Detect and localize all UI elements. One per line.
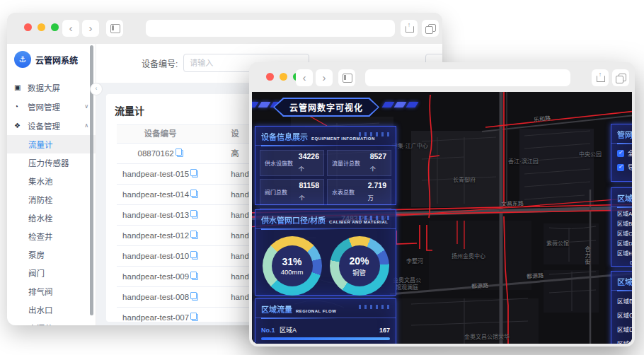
map-poi-label: 香江·滨江园 <box>508 157 539 165</box>
stat-cell: 水表总数 2.719万 <box>327 179 391 205</box>
forward-button[interactable]: › <box>316 69 333 86</box>
pipeline-icon: ◔ <box>14 103 23 110</box>
copy-icon[interactable] <box>192 170 198 178</box>
copy-icon[interactable] <box>192 232 198 239</box>
axis-origin-label: 0 <box>611 257 632 266</box>
panel-title: 供水管网口径/材质 <box>261 214 326 226</box>
checkbox-checked-icon[interactable] <box>617 164 624 171</box>
panel-title: 区域峰 <box>617 192 632 204</box>
map-road-label: 都源路 <box>471 281 489 290</box>
browser-chrome: ‹ › <box>7 13 442 44</box>
stat-cell: 阀门总数 81158个 <box>260 179 324 205</box>
map-road-label: 合力街 <box>583 246 591 265</box>
browser-chrome: ‹ › <box>249 62 635 93</box>
flow-rank-row: No.1 区域A 167 <box>261 325 390 334</box>
tab-overview-icon <box>110 24 120 33</box>
minimize-icon[interactable] <box>280 73 287 81</box>
back-button[interactable]: ‹ <box>62 20 79 37</box>
legend-row: 区域E <box>611 247 632 257</box>
sidebar-item-air-valve[interactable]: 排气阀 <box>7 282 96 301</box>
map-road-label: 都源路 <box>527 271 544 280</box>
forward-button[interactable]: › <box>82 20 99 37</box>
copy-icon[interactable] <box>192 211 198 219</box>
map-poi-label: 紫薇公馆 <box>546 239 569 247</box>
pipe-layer-panel: 管网图 全选 导入 <box>611 124 632 182</box>
copy-icon[interactable] <box>192 314 198 321</box>
map-poi-label: 中集·江广中心 <box>392 141 428 149</box>
sidebar-item-valve[interactable]: 阀门 <box>7 264 96 282</box>
url-bar[interactable] <box>146 20 395 37</box>
tab-overview-icon <box>343 74 352 83</box>
layer-option[interactable]: 全选 <box>611 144 632 158</box>
sidebar-item-pipeline[interactable]: ◔ 管网管理 ∨ <box>7 97 96 116</box>
sidebar-item-pressure-sensor[interactable]: 压力传感器 <box>7 153 96 172</box>
panel-deco <box>359 132 391 136</box>
copy-icon[interactable] <box>192 191 198 198</box>
stat-cell: 供水设施数 34226个 <box>260 150 324 176</box>
tabs-icon[interactable] <box>422 20 439 37</box>
material-donut-chart: 20%铜管 <box>330 236 389 296</box>
sidebar-item-outlet[interactable]: 出水口 <box>7 301 96 319</box>
sidebar-menu: ▣ 数据大屏 ◔ 管网管理 ∨ ❖ 设备管理 ∧ 流量计 压力传感器 <box>7 78 96 325</box>
chevron-down-icon: ∨ <box>84 103 88 110</box>
tab-overview-button[interactable] <box>338 69 355 86</box>
sidebar-item-flowmeter[interactable]: 流量计 <box>7 135 96 153</box>
legend-row: 区域C <box>611 227 632 237</box>
share-icon[interactable] <box>592 69 609 86</box>
header-device-id: 设备编号 <box>117 125 204 143</box>
sidebar-item-dashboard[interactable]: ▣ 数据大屏 <box>7 78 96 97</box>
region-row: 区域E <box>611 333 632 344</box>
maximize-icon[interactable] <box>51 23 59 31</box>
panel-deco <box>359 305 391 309</box>
sidebar-item-sump[interactable]: 集水池 <box>7 172 96 190</box>
legend-row: 区域A <box>611 207 632 217</box>
chevron-up-icon: ∧ <box>84 122 88 129</box>
close-icon[interactable] <box>266 73 274 81</box>
regional-flow-panel: 区域流量 REGIONAL FLOW No.1 区域A 167 No.2 区域C… <box>255 298 396 344</box>
close-icon[interactable] <box>24 23 32 31</box>
sidebar-item-source-well[interactable]: 水源井 <box>7 319 96 325</box>
panel-title: 设备信息展示 <box>261 131 308 142</box>
copy-icon[interactable] <box>192 293 198 301</box>
tabs-icon[interactable] <box>612 69 629 86</box>
map-water-label: 李墅河 <box>406 257 423 264</box>
dashboard: 乐和路 中集·江广中心 香江·滨江园 中央公园 长青御府 文昌东路 紫薇公馆 扬… <box>252 92 632 344</box>
sidebar-collapse-button[interactable]: ‹ <box>90 83 103 95</box>
copy-icon[interactable] <box>192 252 198 260</box>
legend-row: 区域B <box>611 217 632 227</box>
region-row: 区域B <box>611 291 632 305</box>
panel-subtitle: CALIBER AND MATERIAL <box>329 220 388 224</box>
copy-icon[interactable] <box>192 273 198 280</box>
map-poi-label: 长青御府 <box>453 175 476 183</box>
map-poi-label: 金奥文昌公馆荣华 <box>464 332 510 340</box>
caliber-material-panel: 供水管网口径/材质 CALIBER AND MATERIAL 31%400mm … <box>255 209 396 296</box>
sidebar-item-inspection-well[interactable]: 检查井 <box>7 227 96 245</box>
right-regional-flow-panel: 区域流 区域B 区域C 区域D 区域E <box>611 271 632 344</box>
copy-icon[interactable] <box>177 150 183 157</box>
brand-title: 云管网系统 <box>35 54 78 66</box>
sidebar-item-devices[interactable]: ❖ 设备管理 ∧ <box>7 116 96 135</box>
back-button[interactable]: ‹ <box>296 69 313 86</box>
tab-overview-button[interactable] <box>106 20 123 37</box>
sidebar-item-water-hydrant[interactable]: 给水栓 <box>7 209 96 227</box>
traffic-lights <box>24 23 59 31</box>
share-icon[interactable] <box>401 20 418 37</box>
checkbox-checked-icon[interactable] <box>617 150 624 157</box>
map-road-label: 文昌东路 <box>501 199 524 207</box>
panel-subtitle: REGIONAL FLOW <box>296 309 336 313</box>
sidebar-item-fire-hydrant[interactable]: 消防栓 <box>7 190 96 209</box>
map-poi-label: 扬州金奥中心 <box>452 252 485 260</box>
minimize-icon[interactable] <box>38 23 45 31</box>
url-bar[interactable] <box>365 69 570 86</box>
equipment-info-panel: 设备信息展示 EQUIPMENT INFORMATION 供水设施数 34226… <box>255 126 396 205</box>
sidebar-item-pump-house[interactable]: 泵房 <box>7 245 96 264</box>
panel-deco <box>359 216 391 220</box>
header-deco-right <box>384 102 417 107</box>
brand: ⚓ 云管网系统 <box>7 44 96 74</box>
flow-bar <box>261 337 390 340</box>
layer-option[interactable]: 导入 <box>611 158 632 172</box>
dashboard-title: 云管网数字可视化 <box>275 99 378 115</box>
stat-cell: 流量计总数 8527个 <box>327 150 391 176</box>
region-row: 区域D <box>611 319 632 333</box>
front-browser-window: ‹ › <box>249 62 635 347</box>
